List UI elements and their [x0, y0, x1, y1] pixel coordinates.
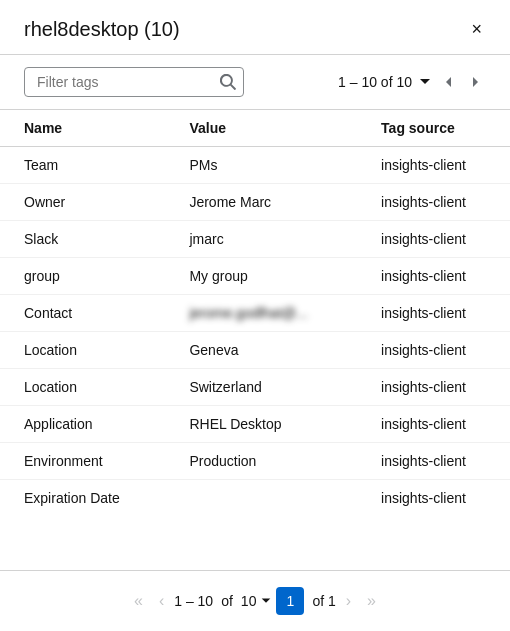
table-row: Slackjmarcinsights-client [0, 221, 510, 258]
search-icon-button[interactable] [220, 74, 236, 90]
table-row: groupMy groupinsights-client [0, 258, 510, 295]
cell-tag-source: insights-client [357, 147, 510, 184]
table-row: OwnerJerome Marcinsights-client [0, 184, 510, 221]
table-row: Expiration Dateinsights-client [0, 480, 510, 517]
pagination-top: 1 – 10 of 10 [338, 71, 486, 93]
dialog-header: rhel8desktop (10) × [0, 0, 510, 55]
cell-tag-source: insights-client [357, 480, 510, 517]
cell-value: Jerome Marc [165, 184, 357, 221]
next-page-footer-button[interactable]: › [340, 588, 357, 614]
cell-tag-source: insights-client [357, 443, 510, 480]
total-label-footer: 10 [241, 593, 257, 609]
cell-value: jmarc [165, 221, 357, 258]
table-row: LocationSwitzerlandinsights-client [0, 369, 510, 406]
cell-name: group [0, 258, 165, 295]
chevron-right-icon [468, 75, 482, 89]
cell-tag-source: insights-client [357, 221, 510, 258]
of-label-footer: of [217, 593, 237, 609]
prev-page-footer-button[interactable]: ‹ [153, 588, 170, 614]
cell-tag-source: insights-client [357, 258, 510, 295]
table-row: TeamPMsinsights-client [0, 147, 510, 184]
table-row: LocationGenevainsights-client [0, 332, 510, 369]
table-row: Contactjerome.godlhat@...insights-client [0, 295, 510, 332]
cell-value: jerome.godlhat@... [165, 295, 357, 332]
cell-value: PMs [165, 147, 357, 184]
cell-tag-source: insights-client [357, 369, 510, 406]
cell-value: Geneva [165, 332, 357, 369]
col-name: Name [0, 110, 165, 147]
dialog-title: rhel8desktop (10) [24, 18, 180, 41]
search-input[interactable] [24, 67, 244, 97]
cell-value: Production [165, 443, 357, 480]
pagination-label: 1 – 10 of 10 [338, 74, 412, 90]
cell-tag-source: insights-client [357, 295, 510, 332]
footer-pagination: « ‹ 1 – 10 of 10 1 of 1 › » [0, 570, 510, 631]
cell-name: Team [0, 147, 165, 184]
pagination-dropdown-button[interactable] [416, 73, 434, 91]
last-page-button[interactable]: » [361, 588, 382, 614]
cell-name: Owner [0, 184, 165, 221]
cell-value: RHEL Desktop [165, 406, 357, 443]
cell-value [165, 480, 357, 517]
search-wrapper [24, 67, 244, 97]
per-page-label: 1 – 10 [174, 593, 213, 609]
cell-name: Location [0, 369, 165, 406]
cell-tag-source: insights-client [357, 184, 510, 221]
cell-name: Expiration Date [0, 480, 165, 517]
cell-name: Environment [0, 443, 165, 480]
next-page-button[interactable] [464, 71, 486, 93]
page-1-button[interactable]: 1 [276, 587, 304, 615]
col-value: Value [165, 110, 357, 147]
chevron-left-icon [442, 75, 456, 89]
cell-name: Contact [0, 295, 165, 332]
cell-value: Switzerland [165, 369, 357, 406]
table-body: TeamPMsinsights-clientOwnerJerome Marcin… [0, 147, 510, 517]
cell-tag-source: insights-client [357, 332, 510, 369]
chevron-down-footer-icon [260, 595, 272, 607]
table-row: EnvironmentProductioninsights-client [0, 443, 510, 480]
dialog: rhel8desktop (10) × 1 – 10 of 10 [0, 0, 510, 631]
cell-name: Application [0, 406, 165, 443]
per-page-dropdown-button[interactable] [260, 595, 272, 607]
table-row: ApplicationRHEL Desktopinsights-client [0, 406, 510, 443]
cell-name: Location [0, 332, 165, 369]
tags-table: Name Value Tag source TeamPMsinsights-cl… [0, 110, 510, 516]
search-icon [220, 74, 236, 90]
col-tag-source: Tag source [357, 110, 510, 147]
cell-name: Slack [0, 221, 165, 258]
of-pages-label: of 1 [308, 593, 335, 609]
cell-value: My group [165, 258, 357, 295]
chevron-down-icon [418, 75, 432, 89]
table-header: Name Value Tag source [0, 110, 510, 147]
prev-page-button[interactable] [438, 71, 460, 93]
close-button[interactable]: × [467, 16, 486, 42]
first-page-button[interactable]: « [128, 588, 149, 614]
cell-tag-source: insights-client [357, 406, 510, 443]
toolbar: 1 – 10 of 10 [0, 55, 510, 110]
